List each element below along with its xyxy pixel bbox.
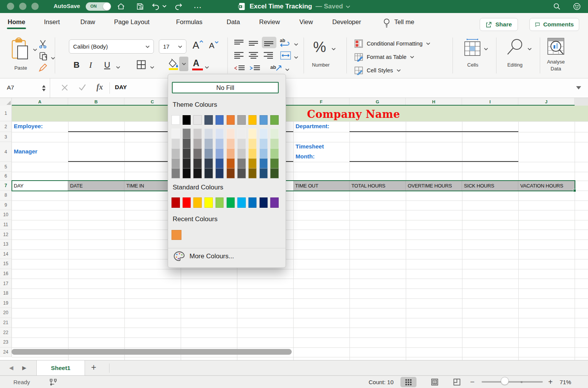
conditional-formatting-button[interactable]: Conditional Formatting: [354, 39, 430, 48]
redo-icon[interactable]: [174, 2, 183, 11]
theme-colour-variant-swatch[interactable]: [193, 139, 202, 148]
spreadsheet-grid[interactable]: ABCDEFGHIJ123456789101112131415161718192…: [0, 98, 588, 360]
copy-menu-chevron-icon[interactable]: [51, 54, 55, 61]
theme-colour-variant-swatch[interactable]: [204, 168, 213, 178]
text-orientation-icon[interactable]: ab: [270, 63, 283, 73]
theme-colour-variant-swatch[interactable]: [260, 168, 268, 178]
enter-icon[interactable]: [78, 84, 86, 91]
more-commands-icon[interactable]: …: [193, 0, 202, 10]
row-header-15[interactable]: 15: [0, 259, 12, 269]
name-box[interactable]: A7: [0, 78, 50, 98]
wrap-text-chevron-icon[interactable]: [294, 41, 298, 47]
theme-colour-variant-swatch[interactable]: [227, 148, 235, 158]
row-header-9[interactable]: 9: [0, 201, 12, 210]
theme-colour-variant-swatch[interactable]: [183, 129, 191, 139]
editing-icon[interactable]: [506, 37, 525, 57]
theme-colour-variant-swatch[interactable]: [270, 158, 279, 168]
theme-colour-variant-swatch[interactable]: [237, 158, 246, 168]
row-header-8[interactable]: 8: [0, 191, 12, 201]
theme-colour-swatch[interactable]: [193, 115, 202, 125]
theme-colour-variant-swatch[interactable]: [193, 158, 202, 168]
copy-icon[interactable]: [39, 51, 49, 61]
zoom-window-button[interactable]: [31, 3, 39, 10]
format-as-table-button[interactable]: Format as Table: [354, 52, 414, 62]
increase-indent-icon[interactable]: [250, 64, 260, 72]
theme-colour-variant-swatch[interactable]: [237, 139, 246, 148]
standard-colour-swatch[interactable]: [260, 197, 268, 208]
row-header-20[interactable]: 20: [0, 308, 12, 318]
row-header-21[interactable]: 21: [0, 318, 12, 328]
theme-colour-variant-swatch[interactable]: [260, 139, 268, 148]
theme-colour-swatch[interactable]: [270, 115, 279, 125]
align-middle-icon[interactable]: [249, 39, 259, 47]
theme-colour-variant-swatch[interactable]: [172, 129, 180, 139]
title-chevron-icon[interactable]: [346, 5, 350, 8]
cells-chevron-icon[interactable]: [484, 45, 488, 52]
align-left-icon[interactable]: [234, 51, 244, 60]
bold-button[interactable]: B: [74, 60, 80, 70]
theme-colour-variant-swatch[interactable]: [248, 139, 257, 148]
theme-colour-variant-swatch[interactable]: [270, 168, 279, 178]
formula-bar-content[interactable]: DAY: [115, 84, 127, 91]
horizontal-scrollbar[interactable]: [11, 349, 292, 355]
row-header-7[interactable]: 7: [0, 181, 12, 191]
close-window-button[interactable]: [7, 3, 14, 10]
standard-colour-swatch[interactable]: [237, 197, 246, 208]
theme-colour-variant-swatch[interactable]: [183, 148, 191, 158]
zoom-in-button[interactable]: +: [548, 378, 553, 386]
theme-colour-swatch[interactable]: [260, 115, 268, 125]
normal-view-button[interactable]: [400, 377, 416, 387]
theme-colour-variant-swatch[interactable]: [216, 129, 224, 139]
ribbon-tab-tell-me[interactable]: Tell me: [394, 18, 414, 26]
borders-icon[interactable]: [136, 59, 147, 70]
row-header-3[interactable]: 3: [0, 132, 12, 142]
ribbon-tab-insert[interactable]: Insert: [44, 18, 60, 26]
editing-chevron-icon[interactable]: [528, 45, 532, 52]
wrap-text-icon[interactable]: ab: [280, 37, 291, 47]
header-cell-time-out[interactable]: TIME OUT: [293, 181, 350, 191]
theme-colour-variant-swatch[interactable]: [270, 139, 279, 148]
theme-colour-variant-swatch[interactable]: [237, 148, 246, 158]
underline-menu-chevron-icon[interactable]: [116, 64, 120, 70]
standard-colour-swatch[interactable]: [193, 197, 202, 208]
header-cell-total-hours[interactable]: TOTAL HOURS: [350, 181, 406, 191]
theme-colour-variant-swatch[interactable]: [204, 158, 213, 168]
row-header-1[interactable]: 1: [0, 106, 12, 121]
align-top-icon[interactable]: [234, 39, 244, 47]
theme-colour-variant-swatch[interactable]: [216, 168, 224, 178]
decrease-font-button[interactable]: A: [209, 41, 214, 50]
row-header-16[interactable]: 16: [0, 269, 12, 279]
row-header-6[interactable]: 6: [0, 172, 12, 181]
theme-colour-variant-swatch[interactable]: [193, 148, 202, 158]
theme-colour-variant-swatch[interactable]: [260, 129, 268, 139]
more-colours-option[interactable]: More Colours...: [173, 251, 234, 262]
header-cell-sick-hours[interactable]: SICK HOURS: [462, 181, 518, 191]
row-header-5[interactable]: 5: [0, 162, 12, 172]
theme-colour-variant-swatch[interactable]: [172, 168, 180, 178]
paste-button[interactable]: [11, 37, 31, 61]
theme-colour-variant-swatch[interactable]: [227, 168, 235, 178]
theme-colour-swatch[interactable]: [216, 115, 224, 125]
ribbon-tab-page-layout[interactable]: Page Layout: [114, 18, 150, 26]
align-center-icon[interactable]: [249, 51, 259, 60]
analyse-data-icon[interactable]: [547, 37, 565, 57]
ribbon-tab-formulas[interactable]: Formulas: [176, 18, 203, 26]
name-box-stepper[interactable]: [40, 82, 47, 94]
font-size-select[interactable]: 17: [159, 39, 186, 54]
fill-color-menu-chevron[interactable]: [179, 57, 188, 71]
theme-colour-variant-swatch[interactable]: [270, 129, 279, 139]
home-icon[interactable]: [117, 2, 125, 11]
selection-fill-handle[interactable]: [573, 189, 576, 192]
percent-style-button[interactable]: %: [313, 39, 326, 55]
insert-function-icon[interactable]: fx: [96, 83, 103, 91]
cancel-icon[interactable]: [61, 84, 68, 91]
theme-colour-swatch[interactable]: [237, 115, 246, 125]
theme-colour-swatch[interactable]: [183, 115, 191, 125]
save-icon[interactable]: [136, 2, 144, 11]
fill-color-button[interactable]: [168, 58, 179, 70]
standard-colour-swatch[interactable]: [216, 197, 224, 208]
zoom-slider-track[interactable]: [482, 381, 543, 383]
header-cell-vacation-hours[interactable]: VACATION HOURS: [518, 181, 575, 191]
standard-colour-swatch[interactable]: [204, 197, 213, 208]
row-header-2[interactable]: 2: [0, 121, 12, 132]
